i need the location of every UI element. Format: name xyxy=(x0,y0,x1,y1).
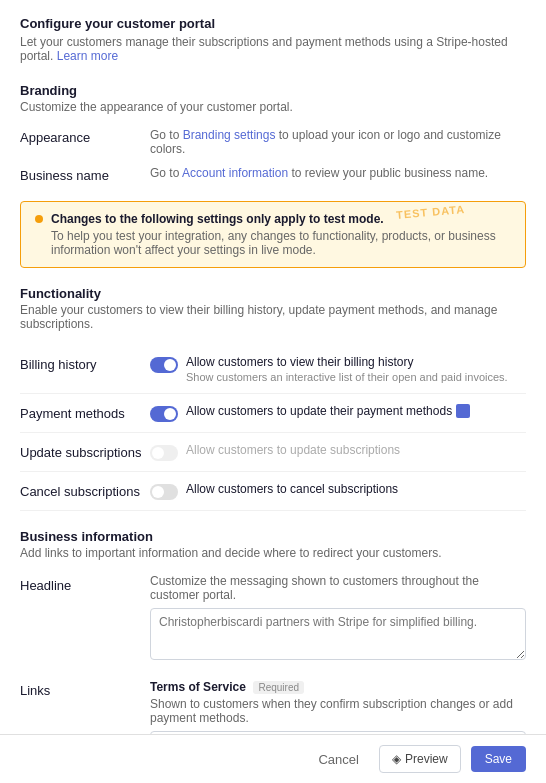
headline-label: Headline xyxy=(20,574,150,593)
billing-history-label: Billing history xyxy=(20,355,150,372)
cancel-subscriptions-toggle[interactable] xyxy=(150,484,178,500)
functionality-desc: Enable your customers to view their bill… xyxy=(20,303,526,331)
update-subscriptions-row: Update subscriptions Allow customers to … xyxy=(20,433,526,472)
page-title: Configure your customer portal xyxy=(20,16,526,31)
page-description: Let your customers manage their subscrip… xyxy=(20,35,526,63)
cancel-subscriptions-label: Cancel subscriptions xyxy=(20,482,150,499)
terms-desc: Shown to customers when they confirm sub… xyxy=(150,697,526,725)
test-mode-banner: Changes to the following settings only a… xyxy=(20,201,526,268)
payment-methods-toggle[interactable] xyxy=(150,406,178,422)
billing-history-toggle[interactable] xyxy=(150,357,178,373)
payment-methods-icon xyxy=(456,404,470,418)
footer-bar: Cancel ◈ Preview Save xyxy=(0,734,546,783)
cancel-button[interactable]: Cancel xyxy=(308,746,368,773)
preview-button[interactable]: ◈ Preview xyxy=(379,745,461,773)
business-name-row: Business name Go to Account information … xyxy=(20,166,526,183)
billing-history-row: Billing history Allow customers to view … xyxy=(20,345,526,394)
branding-desc: Customize the appearance of your custome… xyxy=(20,100,526,114)
billing-history-sub-text: Show customers an interactive list of th… xyxy=(186,371,526,383)
cancel-subscriptions-row: Cancel subscriptions Allow customers to … xyxy=(20,472,526,511)
update-subscriptions-main-text: Allow customers to update subscriptions xyxy=(186,443,526,457)
update-subscriptions-label: Update subscriptions xyxy=(20,443,150,460)
appearance-label: Appearance xyxy=(20,128,150,145)
business-name-label: Business name xyxy=(20,166,150,183)
headline-desc: Customize the messaging shown to custome… xyxy=(150,574,526,602)
terms-title: Terms of Service xyxy=(150,680,246,694)
account-info-link[interactable]: Account information xyxy=(182,166,288,180)
preview-label: Preview xyxy=(405,752,448,766)
appearance-value: Go to Branding settings to upload your i… xyxy=(150,128,526,156)
links-label: Links xyxy=(20,679,150,698)
business-info-title: Business information xyxy=(20,529,526,544)
business-info-desc: Add links to important information and d… xyxy=(20,546,526,560)
payment-methods-main-text: Allow customers to update their payment … xyxy=(186,404,452,418)
functionality-title: Functionality xyxy=(20,286,526,301)
preview-icon: ◈ xyxy=(392,752,401,766)
payment-methods-row: Payment methods Allow customers to updat… xyxy=(20,394,526,433)
appearance-row: Appearance Go to Branding settings to up… xyxy=(20,128,526,156)
headline-row: Headline Customize the messaging shown t… xyxy=(20,574,526,663)
update-subscriptions-toggle[interactable] xyxy=(150,445,178,461)
billing-history-main-text: Allow customers to view their billing hi… xyxy=(186,355,526,369)
branding-section: Branding Customize the appearance of you… xyxy=(20,83,526,183)
cancel-subscriptions-main-text: Allow customers to cancel subscriptions xyxy=(186,482,526,496)
branding-title: Branding xyxy=(20,83,526,98)
save-button[interactable]: Save xyxy=(471,746,526,772)
business-name-value: Go to Account information to review your… xyxy=(150,166,526,180)
functionality-section: Functionality Enable your customers to v… xyxy=(20,286,526,511)
terms-required: Required xyxy=(253,681,304,694)
test-mode-desc: To help you test your integration, any c… xyxy=(51,229,511,257)
branding-settings-link[interactable]: Branding settings xyxy=(183,128,276,142)
headline-input[interactable] xyxy=(150,608,526,660)
test-mode-title: Changes to the following settings only a… xyxy=(51,212,511,226)
learn-more-link[interactable]: Learn more xyxy=(57,49,118,63)
test-mode-dot xyxy=(35,215,43,223)
payment-methods-label: Payment methods xyxy=(20,404,150,421)
